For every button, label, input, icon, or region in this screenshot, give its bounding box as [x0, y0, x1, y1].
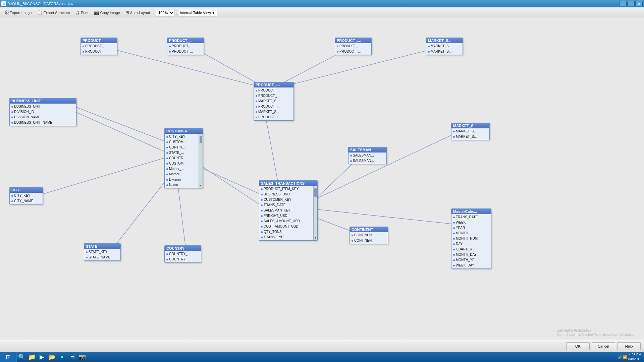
- table-row: Name: [165, 182, 199, 188]
- table-product-main-body: PRODUCT_... PRODUCT_... MARKET_S... PROD…: [254, 87, 293, 120]
- clock-time: 4:28 PM: [628, 353, 641, 357]
- table-customer-header: CUSTOMER: [165, 128, 203, 134]
- table-salesman-body: SALESMAN... SALESMAN...: [348, 153, 386, 164]
- cancel-button[interactable]: Cancel: [592, 342, 615, 350]
- table-row: PRODUCT_...: [167, 49, 204, 54]
- table-row: PRODUCT_...: [81, 49, 117, 54]
- table-row: MARKET_S...: [426, 44, 463, 49]
- maximize-button[interactable]: □: [627, 1, 635, 6]
- table-row: CUSTOM...: [165, 161, 199, 166]
- clock-date: 8/8/2016: [628, 357, 641, 361]
- app-icon: Q: [1, 1, 6, 6]
- table-row: CITY_KEY: [165, 134, 199, 139]
- export-image-icon: 🖼: [4, 10, 9, 15]
- export-image-button[interactable]: 🖼 Export Image: [2, 9, 34, 17]
- table-row: YEAR: [451, 225, 491, 231]
- table-row: MONTH: [451, 231, 491, 236]
- svg-line-9: [315, 134, 454, 199]
- svg-line-10: [37, 157, 167, 196]
- table-row: TRANS_TYPE: [259, 235, 313, 240]
- help-button[interactable]: Help: [617, 342, 641, 350]
- table-row: CONTINEN...: [350, 233, 388, 238]
- table-state-header: STATE: [84, 244, 120, 249]
- minimize-button[interactable]: —: [619, 1, 627, 6]
- table-row: MARKET_S...: [426, 49, 463, 54]
- taskbar-folder-icon[interactable]: 📂: [47, 352, 57, 362]
- table-row: Division: [165, 177, 199, 182]
- table-product[interactable]: PRODUCT PRODUCT_... PRODUCT_...: [80, 38, 117, 55]
- table-city-body: CITY_KEY CITY_NAME: [10, 193, 43, 204]
- table-business-unit[interactable]: BUSINESS_UNIT BUSINESS_UNIT DIVISION_ID …: [9, 98, 76, 126]
- table-row: FREIGHT_USD: [259, 213, 313, 219]
- table-row: WEEK: [451, 220, 491, 225]
- table-product3-header: PRODUCT_....: [335, 38, 371, 43]
- copy-image-button[interactable]: 📷 Copy Image: [92, 9, 122, 17]
- table-country-body: COUNTRY_... COUNTRY_...: [165, 251, 201, 262]
- table-row: COUNTRY_...: [165, 251, 201, 257]
- view-dropdown[interactable]: Internal Table View ▼: [178, 9, 217, 16]
- table-customer-body: CITY_KEY CUSTOM... CONTIN... STATE_... C…: [165, 134, 203, 188]
- taskbar-chrome-icon[interactable]: ●: [57, 352, 67, 362]
- table-continent-header: CONTINENT: [350, 227, 388, 232]
- ok-button[interactable]: OK: [566, 342, 590, 350]
- taskbar-search-icon[interactable]: 🔍: [17, 352, 27, 362]
- table-row: MONTH_NUM: [451, 236, 491, 241]
- activate-windows-subtitle: Go to System in Control Panel to activat…: [557, 333, 634, 337]
- taskbar-file-manager-icon[interactable]: 📁: [27, 352, 37, 362]
- table-market-s1[interactable]: MARKET_S... MARKET_S... MARKET_S...: [426, 38, 463, 55]
- table-row: SALESMAN_KEY: [259, 208, 313, 213]
- table-salesman[interactable]: SALESMAN SALESMAN... SALESMAN...: [348, 147, 387, 164]
- clock: 4:28 PM 8/8/2016: [628, 353, 641, 361]
- start-button[interactable]: ⊞: [0, 352, 17, 362]
- taskbar-app-icon[interactable]: 🖥: [67, 352, 77, 362]
- customer-scrollbar[interactable]: ▼: [199, 134, 203, 188]
- table-row: TRANS_DATE: [451, 215, 491, 220]
- table-row: CITY_KEY: [10, 193, 43, 198]
- table-product3[interactable]: PRODUCT_.... PRODUCT_... PRODUCT_...: [335, 38, 372, 55]
- table-country-header: COUNTRY: [165, 246, 201, 251]
- table-product2-body: PRODUCT_... PRODUCT_...: [167, 43, 204, 55]
- table-continent[interactable]: CONTINENT CONTINEN... CONTINEN...: [350, 227, 388, 244]
- auto-layout-button[interactable]: ⊞ Auto-Layout: [123, 9, 152, 17]
- table-country[interactable]: COUNTRY COUNTRY_... COUNTRY_...: [164, 245, 201, 263]
- print-button[interactable]: 🖨 Print: [73, 9, 91, 17]
- table-row: PRODUCT_...: [167, 44, 204, 49]
- copy-image-label: Copy Image: [100, 11, 120, 15]
- table-product-main[interactable]: PRODUCT_.... PRODUCT_... PRODUCT_... MAR…: [254, 82, 294, 121]
- table-row: STATE_...: [165, 150, 199, 156]
- title-bar-controls[interactable]: — □ ✕: [619, 1, 643, 6]
- table-row: CUSTOM...: [165, 139, 199, 145]
- table-product2[interactable]: PRODUCT_.... PRODUCT_... PRODUCT_...: [167, 38, 204, 55]
- table-state[interactable]: STATE STATE_KEY STATE_NAME: [84, 243, 121, 261]
- export-structure-icon: 📋: [37, 10, 42, 15]
- dropdown-arrow-icon: ▼: [212, 11, 215, 15]
- taskbar-terminal-icon[interactable]: ▶: [37, 352, 47, 362]
- table-sales-transactions-header: SALES_TRANSACTIONS: [259, 181, 317, 186]
- tray-icons: 🔊 📶: [618, 355, 627, 359]
- table-market-s1-header: MARKET_S...: [426, 38, 463, 43]
- table-customer[interactable]: CUSTOMER CITY_KEY CUSTOM... CONTIN... ST…: [164, 128, 203, 188]
- close-button[interactable]: ✕: [635, 1, 643, 6]
- table-market-s2-body: MARKET_S... MARKET_S...: [451, 128, 489, 140]
- taskbar: ⊞ 🔍 📁 ▶ 📂 ● 🖥 📷 🔊 📶 4:28 PM 8/8/2016: [0, 352, 644, 362]
- table-row: PRODUCT_I...: [254, 115, 293, 120]
- table-row: STATE_NAME: [84, 255, 120, 260]
- table-row: COUNTRY_...: [165, 257, 201, 262]
- taskbar-camera-icon[interactable]: 📷: [77, 352, 87, 362]
- table-sales-transactions[interactable]: SALES_TRANSACTIONS PRODUCT_ITEM_KEY BUSI…: [259, 180, 318, 241]
- table-row: SALESMAN...: [348, 158, 386, 164]
- table-row: PRODUCT_...: [254, 93, 293, 99]
- table-row: MARKET_S...: [254, 109, 293, 115]
- copy-icon: 📷: [94, 10, 99, 15]
- export-structure-button[interactable]: 📋 Export Structure: [35, 9, 72, 17]
- table-city[interactable]: CITY CITY_KEY CITY_NAME: [9, 187, 43, 204]
- title-bar: Q D:\QLIK_BI\CONSOLIDATORS\test.qvw — □ …: [0, 0, 644, 7]
- canvas: PRODUCT PRODUCT_... PRODUCT_... PRODUCT_…: [0, 18, 644, 340]
- table-row: BUSINESS_UNIT: [259, 192, 313, 197]
- zoom-select[interactable]: 100% 75% 50% 150%: [156, 9, 174, 16]
- sales-scrollbar[interactable]: ▼: [313, 186, 317, 240]
- table-market-s2[interactable]: MARKET_S... MARKET_S... MARKET_S...: [451, 123, 490, 140]
- table-master-calendar[interactable]: MasterCale.... TRANS_DATE WEEK YEAR MONT…: [451, 208, 491, 269]
- table-row: Mother_...: [165, 172, 199, 177]
- table-business-unit-header: BUSINESS_UNIT: [10, 98, 76, 104]
